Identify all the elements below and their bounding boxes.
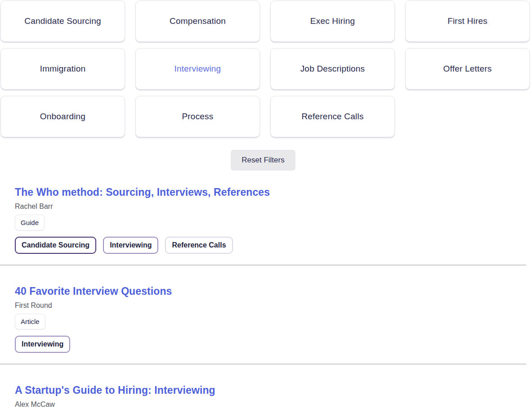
result-item: The Who method: Sourcing, Interviews, Re… — [0, 186, 532, 254]
filter-button-interviewing[interactable]: Interviewing — [135, 48, 260, 90]
result-author: First Round — [15, 302, 517, 310]
result-tag-row: Candidate Sourcing Interviewing Referenc… — [15, 237, 517, 254]
result-type-badge: Guide — [15, 215, 45, 230]
result-item: 40 Favorite Interview Questions First Ro… — [0, 285, 532, 353]
result-tag-interviewing[interactable]: Interviewing — [103, 237, 158, 254]
filter-button-onboarding[interactable]: Onboarding — [0, 96, 125, 137]
result-item: A Startup's Guide to Hiring: Interviewin… — [0, 384, 532, 409]
result-tag-interviewing[interactable]: Interviewing — [15, 336, 70, 353]
filter-button-exec-hiring[interactable]: Exec Hiring — [270, 0, 395, 42]
filter-grid-empty-cell — [405, 96, 530, 137]
result-title-link[interactable]: A Startup's Guide to Hiring: Interviewin… — [15, 384, 215, 396]
filter-button-candidate-sourcing[interactable]: Candidate Sourcing — [0, 0, 125, 42]
result-tag-candidate-sourcing[interactable]: Candidate Sourcing — [15, 237, 96, 254]
filter-button-compensation[interactable]: Compensation — [135, 0, 260, 42]
filter-button-immigration[interactable]: Immigration — [0, 48, 125, 90]
resource-library-page: Candidate Sourcing Compensation Exec Hir… — [0, 0, 532, 414]
filter-button-job-descriptions[interactable]: Job Descriptions — [270, 48, 395, 90]
filter-button-reference-calls[interactable]: Reference Calls — [270, 96, 395, 137]
result-divider — [0, 364, 526, 364]
result-tag-row: Interviewing — [15, 336, 517, 353]
filter-button-first-hires[interactable]: First Hires — [405, 0, 530, 42]
reset-filters-row: Reset Filters — [0, 150, 526, 171]
filter-button-offer-letters[interactable]: Offer Letters — [405, 48, 530, 90]
result-title-link[interactable]: The Who method: Sourcing, Interviews, Re… — [15, 186, 270, 198]
filter-button-process[interactable]: Process — [135, 96, 260, 137]
result-divider — [0, 265, 526, 266]
result-title-link[interactable]: 40 Favorite Interview Questions — [15, 285, 172, 297]
result-author: Alex McCaw — [15, 400, 517, 409]
topic-filter-grid: Candidate Sourcing Compensation Exec Hir… — [0, 0, 530, 137]
reset-filters-button[interactable]: Reset Filters — [231, 150, 295, 171]
result-author: Rachel Barr — [15, 202, 517, 211]
results-list: The Who method: Sourcing, Interviews, Re… — [0, 186, 532, 409]
result-tag-reference-calls[interactable]: Reference Calls — [165, 237, 232, 254]
result-type-badge: Article — [15, 314, 45, 329]
